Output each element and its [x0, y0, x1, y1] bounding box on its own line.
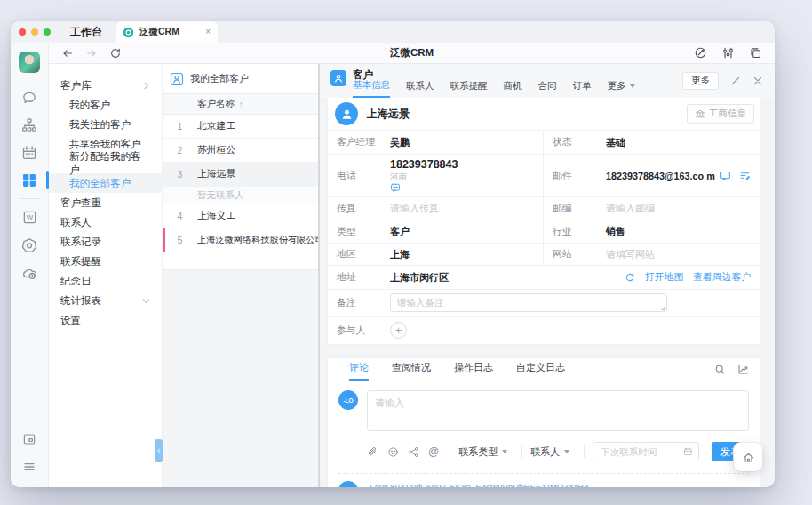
mention-icon[interactable]: @ [428, 446, 439, 457]
sidebar-item-contact-reminders[interactable]: 联系提醒 [49, 252, 162, 271]
user-avatar[interactable] [19, 52, 40, 73]
fax-input[interactable]: 请输入传真 [390, 202, 439, 215]
customer-list-panel: 我的全部客户 客户名称 ↑ 1北京建工 2苏州桓公 3上海远景 暂无联系人 4上… [163, 64, 320, 487]
tab-close-icon[interactable]: × [205, 28, 211, 36]
app-rail: W [11, 43, 49, 487]
column-header-name[interactable]: 客户名称 ↑ [163, 94, 318, 115]
business-info-button[interactable]: 工商信息 [687, 104, 754, 124]
close-panel-icon[interactable] [752, 76, 763, 86]
svg-text:W: W [26, 213, 33, 221]
website-input[interactable]: 请填写网站 [606, 248, 655, 261]
field-label: 邮件 [544, 170, 606, 182]
maximize-window-button[interactable] [44, 28, 51, 36]
tab-label: 更多 [608, 80, 626, 92]
rail-chat-icon[interactable] [11, 84, 49, 111]
sidebar-item-anniversary[interactable]: 纪念日 [49, 271, 162, 291]
sms-icon[interactable] [390, 182, 401, 193]
expand-icon[interactable] [730, 76, 741, 86]
compass-icon[interactable] [694, 46, 707, 60]
customer-table: 客户名称 ↑ 1北京建工 2苏州桓公 3上海远景 暂无联系人 4上海义工 5上海… [163, 93, 318, 270]
tab-view-status[interactable]: 查阅情况 [392, 361, 431, 381]
search-icon[interactable] [714, 364, 726, 375]
sidebar-item-label: 我的全部客户 [69, 177, 131, 190]
open-map-link[interactable]: 打开地图 [645, 271, 683, 284]
rail-menu-icon[interactable] [11, 453, 49, 480]
customer-row-5[interactable]: 5上海泛微网络科技股份有限公司（示例） [163, 228, 318, 252]
customer-name-title: 上海远景 [367, 107, 410, 122]
remark-input[interactable]: 请输入备注 [390, 293, 667, 312]
comment-author[interactable]: -LovKYuXVydC6o0v_6SYe_E4dw9VnPhHSEXIMQ3X… [367, 482, 589, 487]
toolbar-divider [521, 445, 522, 458]
field-label: 客户经理 [328, 136, 390, 148]
home-fab-button[interactable] [734, 443, 762, 471]
rail-word-icon[interactable]: W [11, 204, 49, 231]
sidebar-item-label: 客户库 [60, 79, 92, 92]
tab-order[interactable]: 订单 [573, 79, 592, 98]
column-header-label: 客户名称 [197, 98, 235, 110]
emoji-icon[interactable] [387, 446, 399, 458]
customer-name: 上海远景 [197, 168, 235, 180]
contact-person-dropdown[interactable]: 联系人 [530, 445, 569, 459]
tab-basic-info[interactable]: 基本信息 [353, 79, 390, 98]
message-icon[interactable] [720, 170, 731, 181]
add-participant-button[interactable]: + [390, 322, 407, 339]
rail-calendar-icon[interactable] [11, 139, 49, 166]
tab-opportunity[interactable]: 商机 [504, 79, 522, 98]
comment-input[interactable] [367, 390, 749, 431]
attachment-icon[interactable] [367, 446, 378, 458]
sort-ascending-icon[interactable]: ↑ [239, 100, 243, 108]
mail-log-icon[interactable] [739, 170, 751, 181]
sidebar-item-reports[interactable]: 统计报表 [49, 291, 162, 310]
sidebar-item-newly-assigned-customers[interactable]: 新分配给我的客户 [49, 154, 162, 173]
tab-workbench[interactable]: 工作台 [70, 25, 102, 40]
tab-label: 联系人 [406, 80, 434, 92]
nearby-customers-link[interactable]: 查看周边客户 [693, 271, 751, 284]
tab-contacts[interactable]: 联系人 [406, 79, 434, 98]
customer-row-1[interactable]: 1北京建工 [163, 115, 318, 139]
chevron-right-icon [142, 82, 150, 90]
sidebar-item-label: 新分配给我的客户 [69, 150, 150, 177]
sidebar-item-followed-customers[interactable]: 我关注的客户 [49, 115, 162, 134]
tab-contract[interactable]: 合同 [538, 79, 557, 98]
tab-comments[interactable]: 评论 [349, 361, 369, 381]
sidebar-item-customer-dedup[interactable]: 客户查重 [49, 193, 162, 212]
trend-icon[interactable] [737, 364, 749, 375]
customer-panel-icon [330, 70, 346, 86]
rail-apps-icon[interactable] [11, 166, 49, 194]
sidebar-item-my-customers[interactable]: 我的客户 [49, 95, 162, 115]
next-contact-time-input[interactable] [593, 442, 699, 461]
rail-cloud-icon[interactable] [11, 259, 49, 286]
sidebar-item-contact-records[interactable]: 联系记录 [49, 232, 162, 252]
customer-row-3-selected[interactable]: 3上海远景 [163, 163, 318, 187]
rail-shape-icon[interactable] [11, 231, 49, 259]
customer-row-4[interactable]: 4上海义工 [163, 204, 318, 228]
date-input[interactable] [601, 446, 683, 457]
tab-crm[interactable]: 泛微CRM × [116, 21, 218, 43]
sidebar-item-customer-library[interactable]: 客户库 [49, 76, 162, 95]
field-label: 网站 [544, 248, 606, 261]
crm-sidebar: 客户库 我的客户 我关注的客户 共享给我的客户 新分配给我的客户 我的全部客户 … [49, 64, 163, 487]
sidebar-item-contacts[interactable]: 联系人 [49, 212, 162, 232]
comment-item[interactable]: -LO -LovKYuXVydC6o0v_6SYe_E4dw9VnPhHSEXI… [328, 474, 760, 487]
zip-input[interactable]: 请输入邮编 [606, 202, 655, 215]
sidebar-item-settings[interactable]: 设置 [49, 310, 162, 330]
locate-refresh-icon[interactable] [625, 272, 635, 283]
tab-contact-reminder[interactable]: 联系提醒 [450, 79, 488, 98]
rail-capture-icon[interactable] [11, 425, 49, 453]
contact-type-dropdown[interactable]: 联系类型 [458, 445, 507, 459]
rail-org-icon[interactable] [11, 111, 49, 139]
sidebar-item-label: 客户查重 [60, 196, 101, 210]
tab-custom-log[interactable]: 自定义日志 [516, 361, 565, 381]
windows-icon[interactable] [749, 46, 762, 60]
tab-label: 商机 [504, 80, 522, 92]
region-value: 上海 [390, 248, 410, 261]
close-window-button[interactable] [19, 28, 26, 36]
customer-row-2[interactable]: 2苏州桓公 [163, 139, 318, 163]
minimize-window-button[interactable] [31, 28, 38, 36]
share-icon[interactable] [408, 446, 419, 458]
collapse-panel-handle[interactable] [155, 439, 163, 462]
tune-icon[interactable] [721, 46, 735, 60]
more-actions-button[interactable]: 更多 [682, 72, 719, 90]
tab-more[interactable]: 更多 [608, 79, 635, 98]
tab-operation-log[interactable]: 操作日志 [454, 361, 493, 381]
